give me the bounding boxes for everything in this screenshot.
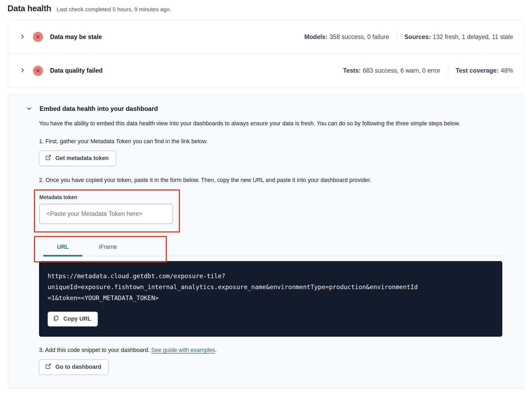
embed-url-code-block: https://metadata.cloud.getdbt.com/exposu…	[39, 261, 502, 337]
status-card: Data may be stale Models:358 success, 0 …	[8, 20, 524, 88]
status-row-left: Data quality failed	[19, 66, 103, 76]
status-row-left: Data may be stale	[19, 32, 102, 42]
sources-stat-value: 132 fresh, 1 delayed, 11 stale	[433, 33, 513, 40]
x-circle-icon	[33, 32, 43, 42]
embed-section: Embed data health into your dashboard Yo…	[8, 94, 524, 388]
external-link-icon	[45, 363, 51, 371]
test-coverage-stat-value: 48%	[501, 67, 513, 74]
step3-text-after: .	[215, 347, 217, 353]
annotation-box-token: Metadata token	[34, 189, 180, 232]
chevron-right-icon	[20, 67, 25, 74]
see-guide-link[interactable]: See guide with examples	[151, 347, 215, 353]
tabs-row: URL iFrame	[39, 240, 502, 256]
stat-divider	[397, 31, 397, 43]
chevron-down-icon	[26, 106, 32, 112]
tests-stat-value: 683 success, 6 warn, 0 error	[363, 67, 440, 74]
stat-divider	[448, 65, 448, 77]
last-check-status: Last check completed 5 hours, 9 minutes …	[57, 6, 171, 13]
expand-row-button[interactable]	[19, 33, 26, 40]
embed-section-header: Embed data health into your dashboard	[26, 105, 502, 112]
copy-url-button[interactable]: Copy URL	[48, 312, 98, 327]
data-health-page: Data health Last check completed 5 hours…	[0, 0, 532, 419]
tab-url[interactable]: URL	[43, 240, 83, 256]
status-row-stale: Data may be stale Models:358 success, 0 …	[8, 20, 524, 54]
status-row-quality: Data quality failed Tests:683 success, 6…	[8, 54, 524, 87]
tests-stat: Tests:683 success, 6 warn, 0 error	[343, 67, 440, 74]
metadata-token-label: Metadata token	[39, 194, 173, 200]
models-stat: Models:358 success, 0 failure	[304, 33, 389, 41]
status-row-stats: Tests:683 success, 6 warn, 0 error Test …	[343, 65, 513, 77]
page-header: Data health Last check completed 5 hours…	[0, 0, 532, 13]
step1-text: 1. First, gather your Metadata Token you…	[39, 138, 502, 145]
embed-section-title: Embed data health into your dashboard	[40, 105, 158, 112]
x-circle-icon	[33, 66, 43, 76]
get-metadata-token-label: Get metadata token	[55, 155, 109, 162]
sources-stat-label: Sources:	[404, 33, 431, 40]
get-metadata-token-button[interactable]: Get metadata token	[39, 151, 116, 166]
sources-stat: Sources:132 fresh, 1 delayed, 11 stale	[404, 33, 513, 41]
step2-text: 2. Once you have copied your token, past…	[39, 177, 502, 184]
go-to-dashboard-button[interactable]: Go to dashboard	[39, 359, 109, 375]
status-row-stats: Models:358 success, 0 failure Sources:13…	[304, 31, 513, 43]
collapse-section-button[interactable]	[26, 106, 33, 112]
embed-description: You have the ability to embed this data …	[39, 118, 499, 129]
copy-icon	[53, 315, 59, 323]
page-title: Data health	[7, 4, 51, 13]
chevron-right-icon	[20, 34, 25, 40]
test-coverage-stat-label: Test coverage:	[456, 67, 499, 74]
tab-iframe[interactable]: iFrame	[86, 240, 130, 256]
test-coverage-stat: Test coverage:48%	[456, 67, 513, 74]
step3-text-before: 3. Add this code snippet to your dashboa…	[39, 347, 151, 353]
step3-text: 3. Add this code snippet to your dashboa…	[39, 347, 502, 354]
expand-row-button[interactable]	[19, 67, 26, 74]
status-row-label: Data may be stale	[50, 33, 102, 41]
tests-stat-label: Tests:	[343, 67, 361, 74]
output-tabs: URL iFrame	[39, 240, 502, 256]
models-stat-value: 358 success, 0 failure	[330, 33, 389, 40]
metadata-token-input[interactable]	[39, 204, 173, 224]
embed-url-text: https://metadata.cloud.getdbt.com/exposu…	[48, 271, 493, 304]
external-link-icon	[45, 154, 51, 162]
status-row-label: Data quality failed	[50, 67, 103, 74]
go-to-dashboard-label: Go to dashboard	[55, 364, 101, 370]
models-stat-label: Models:	[304, 33, 327, 40]
copy-url-label: Copy URL	[63, 316, 91, 322]
